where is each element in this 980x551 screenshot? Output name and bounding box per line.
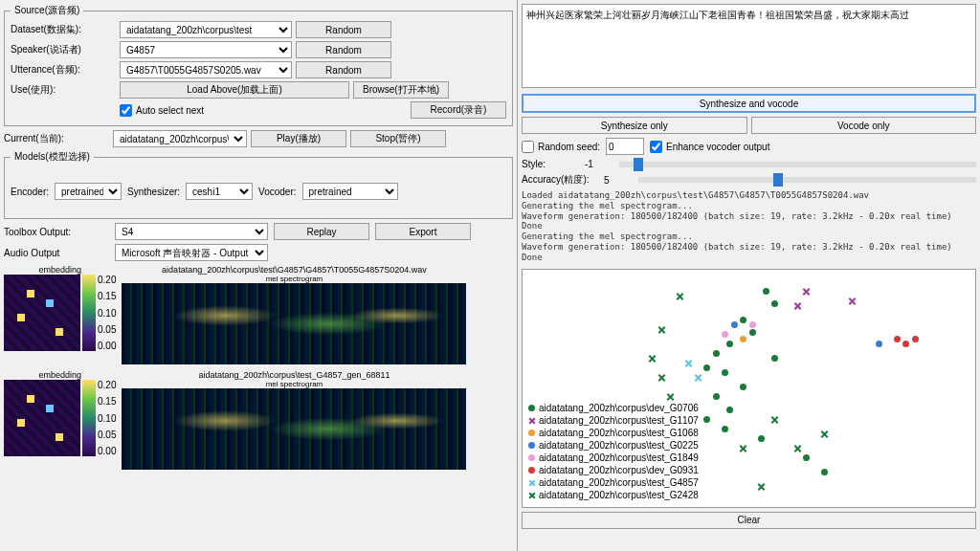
synthesize-only-button[interactable]: Synthesize only [522, 117, 747, 134]
scatter-plot: aidatatang_200zh\corpus\dev_G0706aidatat… [522, 269, 976, 508]
encoder-select[interactable]: pretrained [55, 183, 122, 200]
spectrogram-2-title: aidatatang_200zh\corpus\test_G4857_gen_6… [122, 370, 466, 380]
style-value: -1 [585, 159, 613, 169]
source-legend: Source(源音频) [11, 4, 83, 17]
vocoder-select[interactable]: pretrained [302, 183, 398, 200]
accuracy-value: 5 [604, 175, 633, 186]
play-button[interactable]: Play(播放) [251, 130, 346, 147]
vocode-only-button[interactable]: Vocode only [751, 117, 977, 134]
synthesize-and-vocode-button[interactable]: Synthesize and vocode [522, 94, 976, 113]
toolbox-output-select[interactable]: S4 [115, 223, 268, 240]
scatter-legend: aidatatang_200zh\corpus\dev_G0706aidatat… [528, 402, 699, 501]
enhance-vocoder-checkbox[interactable]: Enhance vocoder output [650, 141, 769, 153]
auto-select-checkbox[interactable]: Auto select next [120, 104, 204, 117]
browse-button[interactable]: Browse(打开本地) [353, 81, 449, 99]
dataset-random-button[interactable]: Random [296, 21, 391, 38]
speaker-select[interactable]: G4857 [120, 41, 292, 58]
spectrogram-2-image [122, 388, 466, 470]
utterance-random-button[interactable]: Random [296, 61, 391, 78]
embedding-2-image [4, 380, 80, 456]
clear-button[interactable]: Clear [522, 512, 976, 529]
text-input[interactable] [522, 4, 976, 88]
spectrogram-1-subtitle: mel spectrogram [122, 275, 466, 283]
accuracy-label: Accuracy(精度): [522, 173, 598, 187]
dataset-label: Dataset(数据集): [11, 23, 116, 36]
models-fieldset: Models(模型选择) Encoder: pretrained Synthes… [4, 150, 513, 219]
vocoder-label: Vocoder: [258, 187, 296, 197]
utterance-label: Utterance(音频): [11, 63, 116, 77]
spectrogram-1-image [122, 283, 466, 364]
random-seed-checkbox[interactable]: Random seed: [522, 141, 600, 153]
embedding-1-title: embedding [4, 265, 116, 275]
spectrogram-1-title: aidatatang_200zh\corpus\test\G4857\G4857… [122, 265, 466, 275]
current-select[interactable]: aidatatang_200zh\corpus\ [113, 130, 247, 147]
encoder-label: Encoder: [11, 187, 49, 197]
embedding-2-title: embedding [4, 370, 116, 380]
accuracy-slider[interactable] [638, 177, 976, 183]
use-label: Use(使用): [11, 83, 116, 97]
synthesizer-select[interactable]: ceshi1 [186, 183, 253, 200]
source-fieldset: Source(源音频) Dataset(数据集): aidatatang_200… [4, 4, 513, 126]
style-label: Style: [522, 159, 579, 169]
embedding-2-colorbar [82, 380, 96, 456]
embedding-1-image [4, 275, 80, 351]
models-legend: Models(模型选择) [11, 150, 94, 164]
speaker-random-button[interactable]: Random [296, 41, 391, 58]
export-button[interactable]: Export [375, 223, 471, 240]
random-seed-input[interactable] [606, 138, 644, 155]
load-above-button[interactable]: Load Above(加载上面) [120, 81, 349, 99]
dataset-select[interactable]: aidatatang_200zh\corpus\test [120, 21, 292, 38]
audio-output-select[interactable]: Microsoft 声音映射器 - Output [115, 244, 268, 261]
style-slider[interactable] [619, 162, 976, 167]
spectrogram-2-subtitle: mel spectrogram [122, 380, 466, 388]
synthesizer-label: Synthesizer: [127, 187, 180, 197]
speaker-label: Speaker(说话者) [11, 43, 116, 56]
stop-button[interactable]: Stop(暂停) [350, 130, 446, 147]
toolbox-output-label: Toolbox Output: [4, 227, 109, 237]
audio-output-label: Audio Output [4, 248, 109, 258]
utterance-select[interactable]: G4857\T0055G4857S0205.wav [120, 61, 292, 78]
current-label: Current(当前): [4, 132, 109, 145]
embedding-1-colorbar [82, 275, 96, 351]
replay-button[interactable]: Replay [274, 223, 369, 240]
log-output: Loaded aidatatang_200zh\corpus\test\G485… [522, 190, 976, 263]
record-button[interactable]: Record(录音) [411, 101, 506, 119]
